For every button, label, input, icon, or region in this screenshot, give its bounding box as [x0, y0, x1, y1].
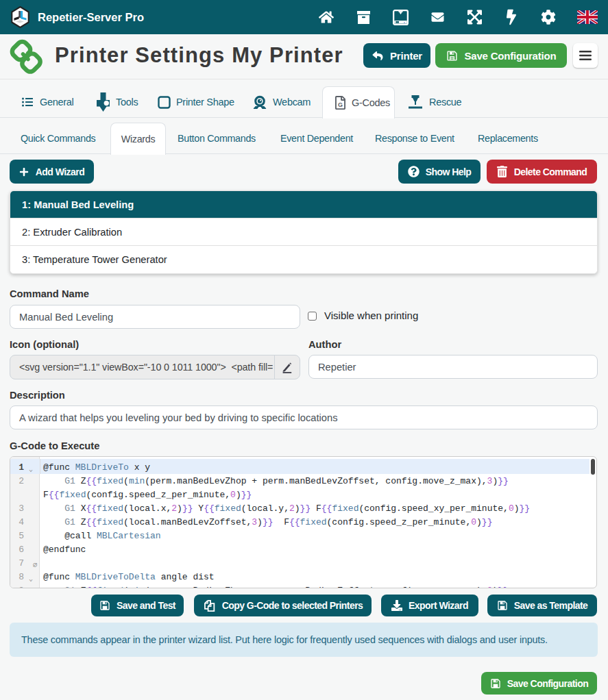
svg-text:G: G	[338, 101, 343, 108]
